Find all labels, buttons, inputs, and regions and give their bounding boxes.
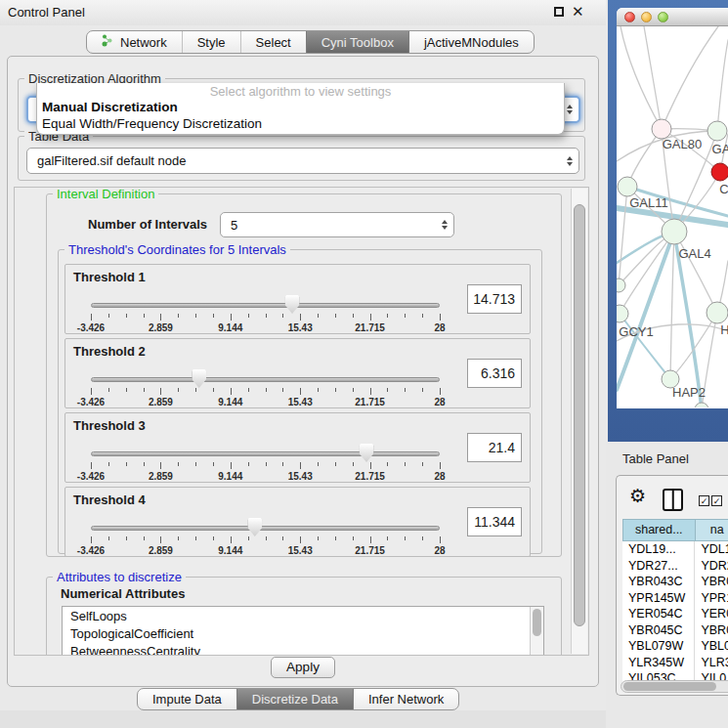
gear-icon[interactable]: ⚙ bbox=[629, 487, 646, 505]
network-node-gal4[interactable] bbox=[662, 219, 687, 244]
checkbox-icon[interactable]: ✓ bbox=[711, 495, 722, 506]
tab-cyni-toolbox[interactable]: Cyni Toolbox bbox=[306, 31, 408, 53]
slider-tick bbox=[231, 314, 232, 321]
table-cell[interactable]: YDL19... bbox=[622, 541, 695, 558]
attribute-list-item[interactable]: SelfLoops bbox=[63, 607, 543, 624]
scrollbar-thumb[interactable] bbox=[623, 682, 716, 691]
network-node[interactable] bbox=[617, 278, 625, 292]
algorithm-option-equal-width-frequency[interactable]: Equal Width/Frequency Discretization bbox=[37, 115, 564, 132]
network-edge[interactable] bbox=[619, 187, 627, 285]
table-cell[interactable]: YBR0 bbox=[695, 574, 728, 590]
table-row[interactable]: YBL079WYBL0 bbox=[622, 638, 728, 655]
table-row[interactable]: YDL19...YDL1 bbox=[622, 541, 728, 558]
table-cell[interactable]: YBR0 bbox=[695, 622, 728, 639]
network-edge[interactable] bbox=[621, 26, 662, 129]
threshold-value-field[interactable]: 14.713 bbox=[467, 284, 522, 314]
table-cell[interactable]: YBL0 bbox=[695, 638, 728, 655]
table-cell[interactable]: YBR043C bbox=[622, 574, 695, 590]
threshold-value-field[interactable]: 11.344 bbox=[467, 507, 522, 536]
network-node-gal11[interactable] bbox=[618, 177, 637, 196]
table-cell[interactable]: YBL079W bbox=[622, 638, 695, 655]
close-icon[interactable]: ✕ bbox=[572, 3, 584, 21]
threshold-box-1: Threshold 114.713-3.4262.8599.14415.4321… bbox=[64, 264, 531, 334]
attribute-list-item[interactable]: BetweennessCentrality bbox=[63, 642, 543, 656]
network-node-h[interactable] bbox=[707, 302, 728, 323]
network-node[interactable] bbox=[695, 403, 708, 407]
table-row[interactable]: YPR145WYPR1 bbox=[622, 590, 728, 607]
table-horizontal-scrollbar[interactable] bbox=[621, 680, 728, 693]
algorithm-option-manual-discretization[interactable]: Manual Discretization bbox=[37, 99, 564, 115]
table-row[interactable]: YDR27...YDR2 bbox=[622, 558, 728, 575]
slider-tick bbox=[213, 314, 214, 318]
table-data-select[interactable]: galFiltered.sif default node bbox=[26, 148, 579, 174]
threshold-slider[interactable]: -3.4262.8599.14415.4321.71528 bbox=[91, 292, 440, 333]
table-cell[interactable]: YER054C bbox=[622, 606, 695, 622]
slider-tick bbox=[231, 462, 232, 469]
threshold-slider[interactable]: -3.4262.8599.14415.4321.71528 bbox=[91, 366, 440, 407]
scrollbar-thumb[interactable] bbox=[533, 609, 541, 636]
tab-impute-data[interactable]: Impute Data bbox=[138, 689, 236, 709]
slider-track[interactable] bbox=[91, 303, 440, 308]
network-node-c[interactable] bbox=[711, 163, 728, 181]
slider-thumb[interactable] bbox=[285, 295, 300, 314]
table-row[interactable]: YBR045CYBR0 bbox=[622, 622, 728, 639]
network-edge[interactable] bbox=[717, 40, 728, 131]
tab-discretize-data[interactable]: Discretize Data bbox=[236, 689, 353, 709]
table-cell[interactable]: YPR145W bbox=[622, 590, 695, 607]
table-column-header[interactable]: na bbox=[696, 519, 728, 541]
slider-tick bbox=[108, 462, 109, 466]
slider-track[interactable] bbox=[91, 377, 440, 382]
slider-tick bbox=[405, 536, 406, 540]
minimize-traffic-light-icon[interactable] bbox=[641, 12, 652, 22]
slider-track[interactable] bbox=[91, 526, 440, 531]
node-table-window: ⚙ ✓ ✓ shared...naYDL19...YDL1YDR27...YDR… bbox=[616, 475, 728, 696]
float-window-icon[interactable] bbox=[554, 7, 564, 17]
table-cell[interactable]: YER0 bbox=[695, 606, 728, 622]
threshold-value-field[interactable]: 21.4 bbox=[467, 433, 522, 462]
table-cell[interactable]: YBR045C bbox=[622, 622, 695, 639]
table-column-header[interactable]: shared... bbox=[622, 519, 696, 541]
tab-jactivemnodules[interactable]: jActiveMNodules bbox=[408, 31, 534, 53]
zoom-traffic-light-icon[interactable] bbox=[658, 12, 668, 22]
tab-infer-network[interactable]: Infer Network bbox=[353, 689, 458, 709]
slider-tick bbox=[422, 462, 423, 466]
checkbox-icon[interactable]: ✓ bbox=[699, 495, 709, 506]
threshold-value-field[interactable]: 6.316 bbox=[467, 359, 522, 388]
table-cell[interactable]: YDL1 bbox=[695, 541, 728, 558]
tab-style[interactable]: Style bbox=[182, 31, 240, 53]
attributes-list-scrollbar[interactable] bbox=[530, 607, 543, 656]
close-traffic-light-icon[interactable] bbox=[624, 12, 635, 22]
table-cell[interactable]: YLR3 bbox=[695, 655, 728, 671]
network-edge[interactable] bbox=[662, 26, 718, 129]
threshold-slider[interactable]: -3.4262.8599.14415.4321.71528 bbox=[91, 441, 440, 482]
slider-thumb[interactable] bbox=[360, 444, 374, 462]
table-cell[interactable]: YDR2 bbox=[695, 558, 728, 575]
apply-button[interactable]: Apply bbox=[271, 657, 335, 678]
tab-select[interactable]: Select bbox=[240, 31, 306, 53]
threshold-slider[interactable]: -3.4262.8599.14415.4321.71528 bbox=[91, 515, 440, 556]
slider-thumb[interactable] bbox=[192, 369, 206, 388]
network-node-ga[interactable] bbox=[707, 121, 727, 141]
number-of-intervals-select[interactable]: 5 bbox=[220, 212, 454, 237]
slider-thumb[interactable] bbox=[247, 518, 262, 536]
table-row[interactable]: YBR043CYBR0 bbox=[622, 574, 728, 590]
numerical-attributes-list[interactable]: SelfLoopsTopologicalCoefficientBetweenne… bbox=[62, 606, 544, 656]
tab-network[interactable]: Network bbox=[87, 31, 182, 53]
attribute-list-item[interactable]: TopologicalCoefficient bbox=[63, 624, 543, 642]
slider-track[interactable] bbox=[91, 451, 440, 456]
table-cell[interactable]: YLR345W bbox=[622, 655, 695, 671]
table-row[interactable]: YER054CYER0 bbox=[622, 606, 728, 622]
table-cell[interactable]: YDR27... bbox=[622, 558, 695, 575]
network-canvas[interactable]: GAL80GACGAL11GAL4GCY1HHAP2 bbox=[617, 26, 728, 407]
network-node-gcy1[interactable] bbox=[617, 305, 628, 322]
settings-vertical-scrollbar[interactable] bbox=[571, 189, 587, 654]
table-cell[interactable]: YPR1 bbox=[695, 590, 728, 607]
slider-tick-label: 21.715 bbox=[355, 471, 385, 482]
control-panel-title: Control Panel bbox=[8, 5, 85, 20]
scrollbar-thumb[interactable] bbox=[574, 204, 585, 626]
slider-tick bbox=[335, 388, 336, 392]
network-edge[interactable] bbox=[670, 232, 674, 379]
table-row[interactable]: YLR345WYLR3 bbox=[622, 655, 728, 671]
network-node-gal80[interactable] bbox=[652, 119, 671, 139]
column-layout-icon[interactable] bbox=[663, 489, 683, 511]
